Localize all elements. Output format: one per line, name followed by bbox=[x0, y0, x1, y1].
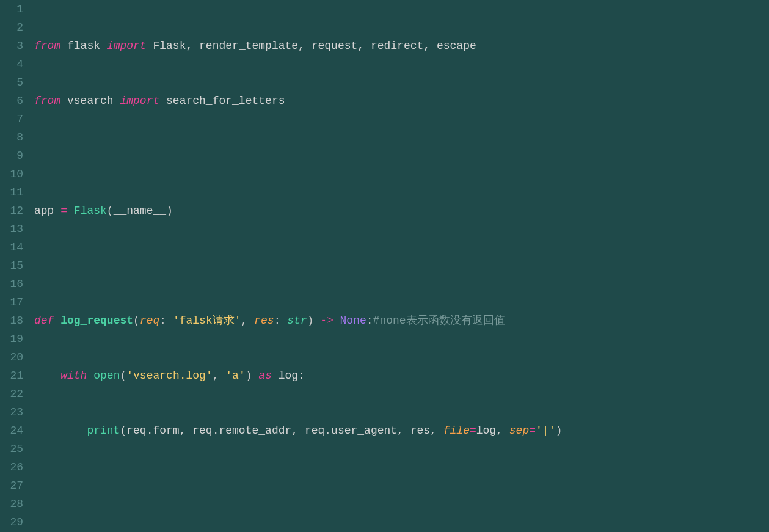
line-number: 23 bbox=[0, 403, 23, 421]
code-line[interactable]: app = Flask(__name__) bbox=[34, 202, 769, 220]
line-number: 5 bbox=[0, 73, 23, 92]
code-line[interactable]: from flask import Flask, render_template… bbox=[34, 37, 769, 55]
line-number: 12 bbox=[0, 202, 23, 220]
code-line[interactable] bbox=[34, 147, 769, 165]
code-line[interactable] bbox=[34, 257, 769, 275]
code-line[interactable]: print(req.form, req.remote_addr, req.use… bbox=[34, 421, 769, 440]
code-line[interactable] bbox=[34, 476, 769, 495]
code-editor[interactable]: 1 2 3 4 5 6 7 8 9 10 11 12 13 14 15 16 1… bbox=[0, 0, 769, 532]
line-number: 24 bbox=[0, 421, 23, 440]
line-number: 7 bbox=[0, 110, 23, 128]
line-number: 17 bbox=[0, 293, 23, 312]
line-number-gutter: 1 2 3 4 5 6 7 8 9 10 11 12 13 14 15 16 1… bbox=[0, 0, 34, 532]
line-number: 2 bbox=[0, 18, 23, 37]
code-area[interactable]: from flask import Flask, render_template… bbox=[34, 0, 769, 532]
line-number: 29 bbox=[0, 513, 23, 531]
line-number: 13 bbox=[0, 220, 23, 238]
line-number: 21 bbox=[0, 366, 23, 385]
line-number: 4 bbox=[0, 55, 23, 73]
line-number: 28 bbox=[0, 495, 23, 513]
line-number: 22 bbox=[0, 385, 23, 403]
line-number: 15 bbox=[0, 257, 23, 275]
line-number: 9 bbox=[0, 147, 23, 165]
line-number: 3 bbox=[0, 37, 23, 55]
line-number: 14 bbox=[0, 238, 23, 257]
line-number: 27 bbox=[0, 476, 23, 495]
code-line[interactable]: with open('vsearch.log', 'a') as log: bbox=[34, 366, 769, 385]
line-number: 1 bbox=[0, 0, 23, 18]
line-number: 19 bbox=[0, 330, 23, 348]
line-number: 10 bbox=[0, 165, 23, 183]
line-number: 18 bbox=[0, 312, 23, 330]
line-number: 6 bbox=[0, 92, 23, 110]
code-line[interactable]: def log_request(req: 'falsk请求', res: str… bbox=[34, 312, 769, 330]
line-number: 25 bbox=[0, 440, 23, 458]
line-number: 26 bbox=[0, 458, 23, 476]
line-number: 20 bbox=[0, 348, 23, 366]
code-line[interactable]: from vsearch import search_for_letters bbox=[34, 92, 769, 110]
line-number: 16 bbox=[0, 275, 23, 293]
line-number: 11 bbox=[0, 183, 23, 202]
line-number: 8 bbox=[0, 128, 23, 147]
